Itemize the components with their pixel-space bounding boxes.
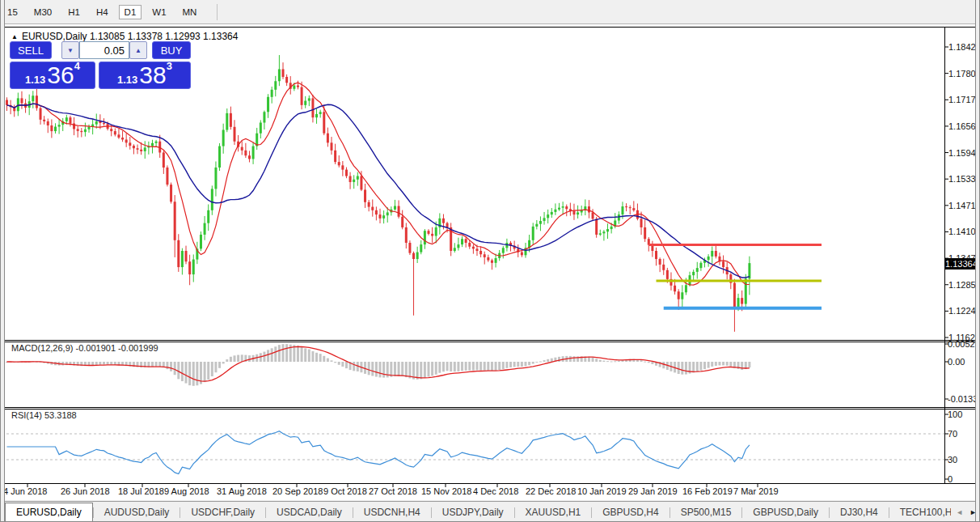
tab-eurusd-daily[interactable]: EURUSD,Daily [5,503,93,522]
symbol-tabs-bar: EURUSD,DailyAUDUSD,DailyUSDCHF,DailyUSDC… [0,501,980,522]
tab-usdjpy-daily[interactable]: USDJPY,Daily [432,503,514,522]
rsi-axis-label: 100 [948,410,962,419]
timeframe-button-d1[interactable]: D1 [119,5,142,19]
rsi-axis-label: 70 [948,429,957,439]
window-right-border [975,0,980,522]
rsi-name: RSI(14) [11,410,42,420]
date-axis-label: 31 Aug 2018 [217,486,267,496]
buy-price-prefix: 1.13 [117,73,137,87]
sell-button[interactable]: SELL [10,41,52,59]
tab-sp500-m15[interactable]: SP500,M15 [670,503,742,522]
tab-audusd-daily[interactable]: AUDUSD,Daily [94,503,180,522]
timeframe-toolbar: 15M30H1H4D1W1MN [0,0,980,24]
symbol-tabs: EURUSD,DailyAUDUSD,DailyUSDCHF,DailyUSDC… [5,502,980,522]
date-axis-label: 16 Feb 2019 [682,486,733,496]
macd-values: -0.001901 -0.001999 [75,343,158,353]
rsi-axis-label: 0 [948,474,953,484]
timeframe-button-mn[interactable]: MN [177,5,203,19]
chevron-down-icon: ▼ [67,47,74,54]
date-axis-label: 10 Jan 2019 [577,486,627,496]
one-click-trade-panel: SELL ▼ ▲ BUY 1.13364 1.13383 [10,41,191,88]
buy-price-main: 38 [139,64,166,87]
volume-increase-button[interactable]: ▲ [129,41,147,59]
date-axis-label: 4 Dec 2018 [473,486,518,496]
tab-dj30-h4[interactable]: DJ30,H4 [830,503,889,522]
chart-title: ▲EURUSD,Daily 1.13085 1.13378 1.12993 1.… [11,31,238,42]
timeframe-button-h1[interactable]: H1 [62,5,86,19]
timeframe-button-m30[interactable]: M30 [28,5,57,19]
tab-xauusd-h1[interactable]: XAUUSD,H1 [515,503,592,522]
tab-gbpusd-h4[interactable]: GBPUSD,H4 [592,503,669,522]
rsi-value: 53.3188 [44,410,77,420]
date-axis-label: 29 Jan 2019 [628,486,678,496]
tab-usdcnh-h4[interactable]: USDCNH,H4 [353,503,431,522]
timeframe-button-15[interactable]: 15 [2,5,23,19]
sell-price-pip: 4 [74,54,80,79]
tab-scroll-buttons: ◄ ► [951,502,977,522]
date-axis-label: 26 Jun 2018 [61,486,110,496]
mt-window: 15M30H1H4D1W1MN ▲EURUSD,Daily 1.13085 1.… [0,0,980,522]
rsi-indicator-label: RSI(14) 53.3188 [11,410,77,420]
buy-price-pip: 3 [167,54,172,79]
chart-title-text: EURUSD,Daily 1.13085 1.13378 1.12993 1.1… [22,31,239,42]
timeframe-button-h4[interactable]: H4 [91,5,114,19]
macd-name: MACD(12,26,9) [11,343,73,353]
date-axis-label: 9 Oct 2018 [323,486,367,496]
date-axis-label: 27 Oct 2018 [369,486,417,496]
date-axis-label: 18 Jul 2018 [118,486,164,496]
date-axis-label: 15 Nov 2018 [421,486,471,496]
date-axis-label: 22 Dec 2018 [526,486,576,496]
rsi-axis-label: 30 [948,455,957,465]
toolbar-separator [217,4,218,20]
tab-usdcad-daily[interactable]: USDCAD,Daily [266,503,353,522]
tabs-scroll-left-icon[interactable]: ◄ [956,508,963,516]
sell-price-button[interactable]: 1.13364 [10,62,95,89]
volume-input[interactable] [79,41,129,59]
tab-gbpusd-daily[interactable]: GBPUSD,Daily [742,503,829,522]
macd-axis-label: 0.00 [948,357,965,367]
collapse-panel-icon[interactable]: ▲ [11,33,18,40]
sell-price-main: 36 [47,64,74,87]
date-axis-label: 4 Jun 2018 [3,486,47,496]
chevron-up-icon: ▲ [135,47,142,54]
date-axis-label: 20 Sep 2018 [272,486,323,496]
sell-price-prefix: 1.13 [25,73,45,87]
timeframe-button-w1[interactable]: W1 [146,5,171,19]
buy-price-button[interactable]: 1.13383 [99,62,191,89]
macd-indicator-label: MACD(12,26,9) -0.001901 -0.001999 [11,343,158,353]
date-axis-label: 9 Aug 2018 [164,486,209,496]
date-axis-label: 7 Mar 2019 [733,486,779,496]
window-left-border [0,0,5,522]
tab-usdchf-daily[interactable]: USDCHF,Daily [180,503,265,522]
